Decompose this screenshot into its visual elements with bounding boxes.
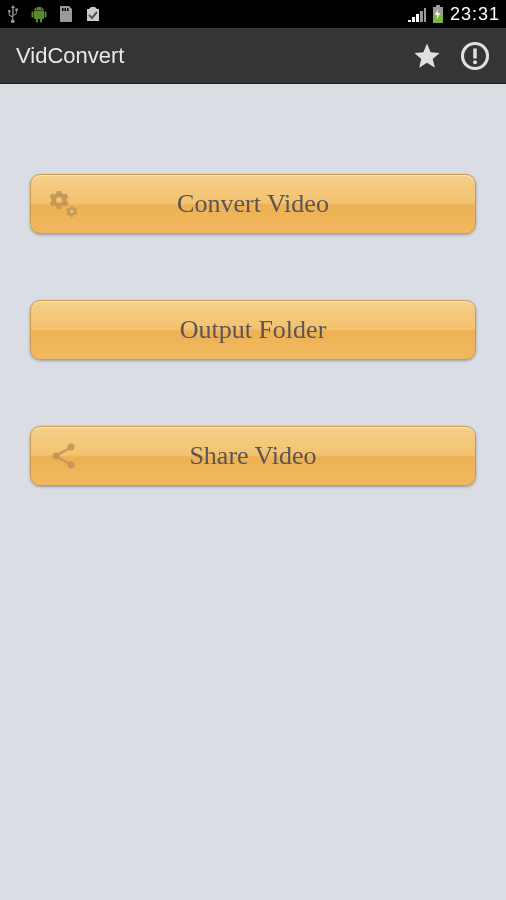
svg-rect-5 (436, 5, 440, 7)
app-bar: VidConvert (0, 28, 506, 84)
svg-point-0 (36, 8, 37, 9)
signal-icon (408, 6, 426, 22)
star-icon[interactable] (412, 41, 442, 71)
convert-video-label: Convert Video (177, 189, 329, 219)
share-video-label: Share Video (189, 441, 316, 471)
svg-point-12 (70, 210, 74, 214)
status-clock: 23:31 (450, 4, 500, 25)
status-left-icons (6, 5, 102, 23)
svg-point-1 (41, 8, 42, 9)
svg-rect-3 (65, 8, 67, 11)
android-icon (30, 5, 48, 23)
share-icon (49, 441, 79, 471)
alert-circle-icon[interactable] (460, 41, 490, 71)
status-bar: 23:31 (0, 0, 506, 28)
app-bar-actions (412, 41, 490, 71)
svg-point-10 (473, 60, 477, 64)
convert-video-button[interactable]: Convert Video (30, 174, 476, 234)
checkmark-box-icon (84, 5, 102, 23)
status-right-icons: 23:31 (408, 4, 500, 25)
output-folder-button[interactable]: Output Folder (30, 300, 476, 360)
gears-icon (49, 188, 81, 220)
svg-rect-2 (62, 8, 64, 11)
app-title: VidConvert (16, 43, 124, 69)
svg-rect-4 (67, 8, 69, 11)
main-content: Convert Video Output Folder Share Video (0, 84, 506, 486)
svg-rect-9 (473, 48, 477, 58)
svg-point-11 (56, 197, 62, 203)
share-video-button[interactable]: Share Video (30, 426, 476, 486)
sd-card-icon (58, 5, 74, 23)
output-folder-label: Output Folder (180, 315, 327, 345)
usb-icon (6, 5, 20, 23)
battery-icon (432, 5, 444, 23)
